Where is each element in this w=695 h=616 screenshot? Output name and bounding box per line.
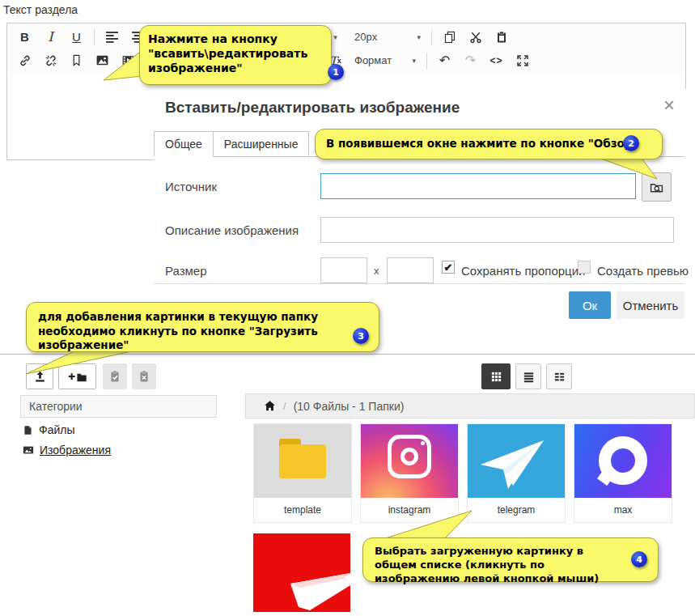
keep-proportions-label: Сохранять пропорции [461, 264, 585, 278]
close-icon[interactable]: × [663, 96, 675, 115]
grid-view-button[interactable] [481, 363, 511, 389]
bookmark-button[interactable] [66, 50, 87, 70]
file-tile-label: template [254, 498, 351, 522]
toolbar-row-2-left [14, 50, 139, 70]
cut-button[interactable] [464, 27, 486, 47]
upload-image-button[interactable] [26, 363, 53, 389]
folder-search-icon [650, 181, 663, 194]
sidebar-item-files[interactable]: Файлы [23, 423, 74, 436]
paste-cancel-button[interactable] [132, 363, 156, 389]
source-code-button[interactable]: <> [485, 50, 507, 70]
font-size-value: 20px [354, 31, 377, 43]
sidebar-item-label: Файлы [39, 423, 74, 436]
home-icon[interactable] [264, 400, 276, 412]
unlink-icon [44, 54, 57, 67]
clipboard-check-icon [108, 370, 121, 383]
callout-step-2: В появившемся окне нажмите по кнопке "Об… [315, 129, 663, 159]
size-x-separator: x [374, 265, 379, 277]
clipboard-icon [495, 31, 508, 44]
file-tile-partial-red[interactable] [253, 533, 350, 612]
toolbar-row-1-right: ▾ 20px ▾ [324, 27, 512, 47]
clear-formatting-x: x [337, 57, 341, 65]
source-input[interactable] [320, 173, 636, 199]
cancel-button[interactable]: Отменить [617, 291, 684, 319]
format-value: Формат [354, 54, 392, 66]
sidebar-item-label: Изображения [40, 444, 111, 457]
size-label: Размер [165, 264, 207, 278]
redo-button[interactable]: ↷ [460, 50, 481, 70]
new-folder-button[interactable] [58, 363, 96, 389]
height-input[interactable] [387, 257, 434, 283]
description-input[interactable] [320, 217, 674, 243]
grid-view-icon [490, 371, 502, 383]
link-icon [19, 54, 32, 67]
file-tile-template[interactable]: template [253, 423, 352, 523]
callout-text: Нажмите на кнопку "всавить\редактировать… [148, 32, 307, 74]
insert-media-button[interactable] [117, 50, 139, 70]
compact-view-button[interactable] [546, 363, 572, 389]
instagram-thumbnail [361, 424, 458, 498]
sidebar-item-images[interactable]: Изображения [23, 444, 111, 457]
toolbar-row-2-right: Tx Формат ▾ ↶ ↷ <> [324, 50, 533, 70]
browse-button[interactable] [642, 172, 672, 202]
keep-proportions-checkbox[interactable]: ✔ [442, 261, 455, 274]
paste-check-button[interactable] [103, 363, 127, 389]
insert-image-button[interactable] [91, 50, 113, 70]
paper-plane-icon [468, 424, 565, 498]
font-size-select[interactable]: 20px ▾ [350, 27, 425, 47]
step-badge-1: 1 [328, 64, 344, 80]
image-file-icon [23, 444, 34, 456]
red-image-thumbnail [253, 533, 350, 612]
section-text-label: Текст раздела [3, 3, 78, 16]
paste-button[interactable] [490, 27, 512, 47]
callout-text: В появившемся окне нажмите по кнопке "Об… [326, 137, 638, 150]
media-icon [121, 53, 135, 67]
tab-general[interactable]: Общее [154, 131, 214, 157]
undo-button[interactable]: ↶ [434, 50, 456, 70]
toolbar-separator [426, 53, 427, 69]
ok-button[interactable]: Ок [569, 291, 611, 319]
list-view-button[interactable] [515, 363, 541, 389]
underline-button[interactable]: U [66, 27, 87, 47]
file-tile-label: telegram [468, 498, 565, 522]
file-tile-max[interactable]: max [574, 423, 672, 523]
tab-advanced[interactable]: Расширенные [214, 131, 310, 157]
fullscreen-button[interactable] [511, 50, 533, 70]
link-button[interactable] [14, 50, 36, 70]
clipboard-x-icon [138, 370, 150, 383]
scissors-icon [469, 31, 482, 44]
width-input[interactable] [320, 257, 367, 283]
dialog-title: Вставить/редактировать изображение [165, 99, 460, 117]
breadcrumb: / (10 Файлы - 1 Папки) [245, 393, 695, 418]
categories-header: Категории [20, 395, 217, 418]
file-tile-telegram[interactable]: telegram [467, 423, 566, 523]
step-badge-4: 4 [631, 551, 647, 567]
callout-step-3: для добавления картинки в текущую папку … [26, 302, 379, 352]
max-thumbnail [574, 424, 672, 498]
dialog-footer-divider [154, 283, 684, 284]
bold-button[interactable]: B [14, 27, 36, 47]
copy-button[interactable] [439, 27, 460, 47]
bookmark-icon [70, 54, 83, 66]
align-left-button[interactable] [101, 27, 123, 47]
callout-text: для добавления картинки в текущую папку … [38, 310, 318, 351]
breadcrumb-separator: / [283, 400, 286, 412]
format-select[interactable]: Формат ▾ [350, 50, 420, 70]
source-label: Источник [165, 180, 217, 193]
chevron-down-icon: ▾ [412, 57, 416, 65]
add-folder-icon [66, 369, 89, 384]
create-preview-checkbox[interactable] [578, 261, 591, 274]
align-left-icon [105, 30, 119, 44]
list-view-icon [523, 371, 535, 383]
chevron-down-icon: ▾ [417, 33, 421, 41]
max-logo-icon [599, 436, 647, 485]
chevron-down-icon: ▾ [333, 33, 337, 41]
unlink-button[interactable] [40, 50, 61, 70]
fullscreen-icon [516, 54, 529, 67]
callout-text: Выбрать загруженную картинку в общем спи… [375, 545, 599, 584]
file-tile-instagram[interactable]: instagram [360, 423, 459, 523]
copy-icon [443, 31, 456, 44]
toolbar-separator [431, 29, 432, 45]
italic-button[interactable]: I [40, 27, 61, 47]
telegram-thumbnail [468, 424, 565, 498]
